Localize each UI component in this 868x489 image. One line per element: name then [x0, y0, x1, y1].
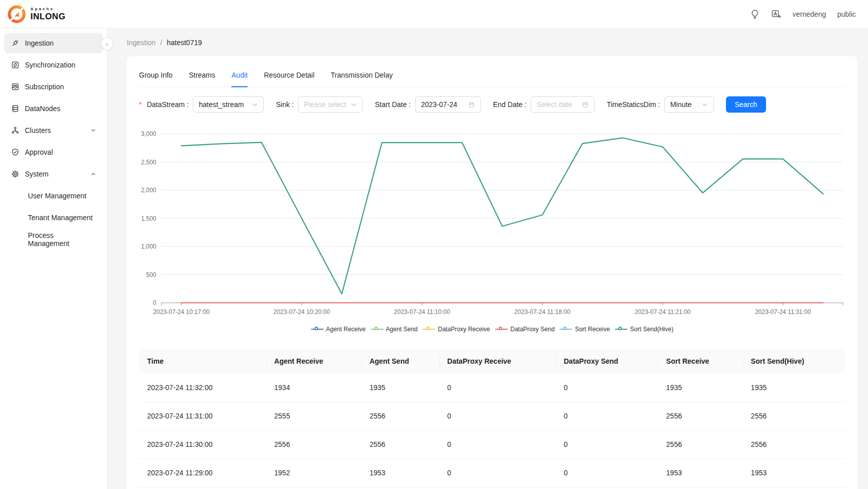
- tab-audit[interactable]: Audit: [231, 65, 248, 87]
- svg-text:1,000: 1,000: [141, 243, 156, 250]
- top-bar: Apache INLONG vernedeng public: [0, 0, 868, 28]
- brand-apache: Apache: [30, 7, 65, 11]
- tab-streams[interactable]: Streams: [189, 65, 215, 87]
- audit-chart-plot: 05001,0001,5002,0002,5003,0002023-07-24 …: [139, 119, 845, 318]
- svg-text:3,000: 3,000: [141, 130, 156, 137]
- legend-line-marker-icon: [560, 326, 572, 332]
- column-header-agent-receive: Agent Receive: [266, 349, 362, 373]
- table-cell: 0: [555, 430, 658, 459]
- legend-item-agent-send[interactable]: Agent Send: [371, 326, 418, 333]
- end-date-label: End Date :: [493, 100, 527, 109]
- datanodes-icon: [11, 104, 19, 113]
- table-cell: 2556: [743, 402, 845, 430]
- required-mark: *: [139, 100, 142, 109]
- legend-item-sort-send-hive[interactable]: Sort Send(Hive): [615, 326, 673, 333]
- legend-label: DataProxy Receive: [438, 326, 490, 333]
- system-icon: [11, 170, 19, 178]
- search-button[interactable]: Search: [726, 96, 766, 113]
- svg-text:2023-07-24 10:17:00: 2023-07-24 10:17:00: [153, 308, 210, 316]
- time-statics-dim-label: TimeStaticsDim :: [607, 100, 660, 109]
- tab-group-info[interactable]: Group Info: [139, 65, 172, 87]
- audit-chart: 05001,0001,5002,0002,5003,0002023-07-24 …: [139, 119, 845, 335]
- sink-label: Sink :: [276, 100, 294, 109]
- legend-item-dataproxy-send[interactable]: DataProxy Send: [495, 326, 554, 333]
- sink-select[interactable]: Please select: [298, 96, 363, 113]
- start-date-picker[interactable]: 2023-07-24: [415, 96, 481, 113]
- sidebar-item-label: Synchronization: [25, 61, 76, 69]
- end-date-picker[interactable]: Select date: [531, 96, 595, 113]
- column-header-sort-send-hive: Sort Send(Hive): [743, 349, 845, 373]
- tab-resource-detail[interactable]: Resource Detail: [264, 65, 315, 87]
- table-row: 2023-07-24 11:30:00255625560025562556: [139, 430, 845, 459]
- breadcrumb-current: hatest0719: [167, 39, 202, 47]
- sidebar-item-tenant-management[interactable]: Tenant Management: [4, 207, 103, 228]
- table-cell: 2023-07-24 11:32:00: [139, 373, 266, 402]
- tab-transmission-delay[interactable]: Transmission Delay: [331, 65, 393, 87]
- legend-label: DataProxy Send: [510, 326, 554, 333]
- svg-text:2023-07-24 11:10:00: 2023-07-24 11:10:00: [394, 308, 450, 316]
- column-header-dataproxy-send: DataProxy Send: [555, 349, 658, 373]
- breadcrumb-separator: /: [160, 39, 162, 47]
- table-cell: 2023-07-24 11:31:00: [139, 402, 266, 430]
- column-header-dataproxy-receive: DataProxy Receive: [439, 349, 556, 373]
- table-cell: 2023-07-24 11:30:00: [139, 430, 266, 459]
- table-cell: 2556: [266, 430, 362, 459]
- inlong-logo[interactable]: Apache INLONG: [7, 5, 65, 24]
- table-cell: 2556: [658, 430, 743, 459]
- audit-table: TimeAgent ReceiveAgent SendDataProxy Rec…: [139, 349, 845, 487]
- bulb-icon[interactable]: [750, 9, 760, 19]
- time-statics-dim-select[interactable]: Minute: [664, 96, 714, 113]
- tenant[interactable]: public: [837, 10, 856, 18]
- breadcrumb: Ingestion / hatest0719: [127, 28, 857, 56]
- sidebar-item-user-management[interactable]: User Management: [4, 186, 103, 206]
- sidebar-item-clusters[interactable]: Clusters: [4, 120, 103, 141]
- table-cell: 0: [439, 402, 556, 430]
- brand-inlong: INLONG: [30, 12, 65, 22]
- sidebar-item-label: Process Management: [28, 231, 96, 248]
- table-cell: 2023-07-24 11:29:00: [139, 459, 266, 487]
- chevron-down-icon: [252, 102, 258, 108]
- chart-legend: Agent ReceiveAgent SendDataProxy Receive…: [139, 324, 845, 335]
- legend-item-sort-receive[interactable]: Sort Receive: [560, 326, 610, 333]
- datastream-label: DataStream :: [147, 100, 188, 109]
- calendar-icon: [468, 101, 475, 108]
- sidebar-item-label: User Management: [28, 192, 86, 200]
- sidebar-item-approval[interactable]: Approval: [4, 142, 103, 162]
- audit-table-header: TimeAgent ReceiveAgent SendDataProxy Rec…: [139, 349, 845, 373]
- breadcrumb-parent[interactable]: Ingestion: [127, 39, 156, 47]
- chevron-up-icon: [91, 171, 96, 177]
- content-card: Group InfoStreamsAuditResource DetailTra…: [127, 56, 857, 489]
- subscription-icon: [11, 83, 19, 91]
- sidebar-item-system[interactable]: System: [4, 164, 103, 184]
- sidebar-item-datanodes[interactable]: DataNodes: [4, 98, 103, 119]
- table-cell: 2556: [743, 430, 845, 459]
- synchronization-icon: [11, 61, 19, 69]
- locale-icon[interactable]: [771, 9, 781, 19]
- sidebar-item-label: Clusters: [25, 126, 51, 134]
- sidebar-item-process-management[interactable]: Process Management: [4, 229, 103, 250]
- table-cell: 1934: [266, 373, 362, 402]
- legend-label: Agent Send: [386, 326, 418, 333]
- table-cell: 2556: [361, 430, 439, 459]
- legend-item-dataproxy-receive[interactable]: DataProxy Receive: [423, 326, 490, 333]
- sidebar-item-subscription[interactable]: Subscription: [4, 77, 103, 97]
- legend-item-agent-receive[interactable]: Agent Receive: [311, 326, 366, 333]
- svg-text:2023-07-24 11:18:00: 2023-07-24 11:18:00: [514, 308, 571, 316]
- legend-line-marker-icon: [311, 326, 324, 332]
- chevron-down-icon: [351, 102, 357, 108]
- clusters-icon: [11, 126, 19, 134]
- username[interactable]: vernedeng: [792, 10, 826, 18]
- start-date-label: Start Date :: [375, 100, 411, 109]
- table-cell: 1935: [658, 373, 743, 402]
- sidebar-item-label: DataNodes: [25, 104, 60, 113]
- approval-icon: [11, 148, 19, 156]
- table-cell: 1953: [361, 459, 439, 487]
- table-row: 2023-07-24 11:32:00193419350019351935: [139, 373, 845, 402]
- sidebar-item-synchronization[interactable]: Synchronization: [4, 55, 103, 75]
- svg-text:2,000: 2,000: [141, 187, 156, 194]
- sidebar-collapse-button[interactable]: ‹: [101, 38, 113, 50]
- datastream-select[interactable]: hatest_stream: [193, 96, 264, 113]
- sidebar-item-label: System: [25, 170, 49, 178]
- ingestion-icon: [11, 39, 19, 47]
- sidebar-item-ingestion[interactable]: Ingestion: [4, 33, 103, 53]
